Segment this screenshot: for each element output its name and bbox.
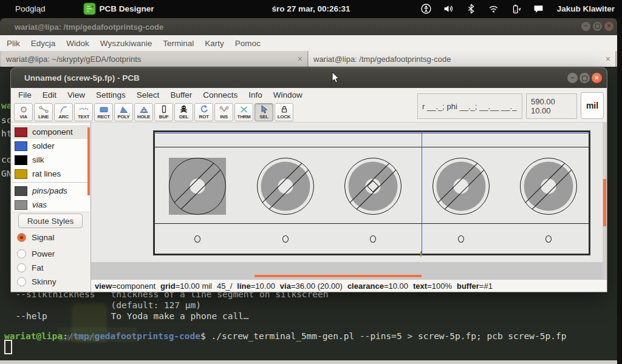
text-icon	[79, 105, 89, 114]
terminal-minimize-button[interactable]: −	[581, 22, 590, 31]
canvas-hscroll-thumb[interactable]	[255, 275, 422, 277]
panel-active-app-label[interactable]: PCB Designer	[100, 4, 154, 13]
terminal-tab-gedafootprintsg[interactable]: wariat@lipa: /tmp/gedafootprintsg-code ×	[309, 51, 616, 67]
pad-pin-3[interactable]	[344, 157, 402, 215]
layer-name: solder	[32, 141, 55, 150]
tool-button-rot[interactable]: ROT	[194, 103, 213, 121]
status-flag: 45_/	[217, 281, 232, 291]
radio-button[interactable]	[17, 277, 26, 286]
pcb-menu-window[interactable]: Window	[268, 90, 308, 99]
pad-pin-4[interactable]	[432, 157, 490, 215]
pcb-menu-info[interactable]: Info	[243, 90, 268, 99]
tool-button-label: TEXT	[78, 114, 89, 120]
terminal-titlebar[interactable]: wariat@lipa: /tmp/gedafootprintsg-code −…	[0, 18, 617, 35]
layer-color-swatch[interactable]	[15, 141, 27, 151]
radio-button[interactable]	[17, 249, 26, 258]
route-style-power[interactable]: Power	[17, 247, 55, 260]
pcb-menu-settings[interactable]: Settings	[91, 90, 131, 99]
layer-color-swatch[interactable]	[15, 155, 27, 165]
poly-icon	[119, 105, 129, 114]
panel-username[interactable]: Jakub Klawiter	[557, 4, 615, 13]
pad-pin-1[interactable]	[168, 157, 227, 215]
layer-color-swatch[interactable]	[15, 127, 27, 137]
route-style-skinny[interactable]: Skinny	[17, 275, 56, 288]
tool-button-poly[interactable]: POLY	[114, 103, 133, 121]
terminal-menu-pomoc[interactable]: Pomoc	[230, 39, 266, 48]
terminal-tabbar: wariat@lipa: ~/skrypty/gEDA/footprints ×…	[0, 51, 617, 67]
tab-close-icon[interactable]: ×	[298, 54, 302, 64]
route-style-fat[interactable]: Fat	[17, 261, 44, 274]
tool-button-sel[interactable]: SEL	[255, 103, 273, 121]
pcb-maximize-button[interactable]: ▢	[579, 73, 590, 83]
layer-row-component[interactable]: component	[12, 125, 90, 139]
tool-button-label: INS	[220, 114, 227, 120]
arc-icon	[60, 105, 68, 114]
sidebar-scrollbar-thumb[interactable]	[87, 127, 90, 195]
layer-color-swatch[interactable]	[15, 169, 27, 179]
accessibility-icon[interactable]	[421, 4, 431, 14]
terminal-menu-plik[interactable]: Plik	[1, 39, 26, 48]
tool-button-arc[interactable]: ARC	[54, 103, 73, 121]
radio-button[interactable]	[17, 263, 26, 272]
solder-layer-line-horizontal	[153, 133, 590, 133]
pcb-menu-buffer[interactable]: Buffer	[165, 90, 197, 99]
pcb-minimize-button[interactable]: −	[567, 73, 578, 83]
terminal-menu-terminal[interactable]: Terminal	[157, 39, 199, 48]
bluetooth-icon[interactable]	[466, 4, 476, 14]
panel-menu-podglad[interactable]: Podgląd	[15, 4, 46, 13]
terminal-menu-edycja[interactable]: Edycja	[26, 39, 61, 48]
tool-button-label: VIA	[19, 114, 27, 120]
tool-button-del[interactable]: DEL	[174, 103, 193, 121]
layer-row-rat-lines[interactable]: rat lines	[12, 167, 90, 181]
pcb-close-button[interactable]: ×	[592, 73, 602, 83]
pcb-menu-edit[interactable]: Edit	[37, 90, 62, 99]
pcb-canvas[interactable]	[91, 123, 607, 279]
layer-row-solder[interactable]: solder	[12, 139, 90, 153]
layer-color-swatch[interactable]	[15, 186, 27, 196]
layer-color-swatch[interactable]	[15, 200, 27, 210]
tool-button-lock[interactable]: LOCK	[275, 103, 293, 121]
layer-row-vias[interactable]: vias	[12, 198, 90, 212]
layer-row-silk[interactable]: silk	[12, 153, 90, 167]
pad-pin-2[interactable]	[256, 157, 315, 215]
tool-button-buf[interactable]: BUF	[154, 103, 173, 121]
terminal-menu-wyszukiwanie[interactable]: Wyszukiwanie	[95, 39, 157, 48]
wifi-icon[interactable]	[488, 4, 499, 14]
tool-button-line[interactable]: LINE	[34, 103, 53, 121]
messages-icon[interactable]	[533, 4, 544, 14]
route-styles-button[interactable]: Route Styles	[18, 214, 83, 228]
tool-button-thrm[interactable]: THRM	[234, 103, 253, 121]
tab-close-icon[interactable]: ×	[606, 54, 610, 64]
layer-name: silk	[32, 155, 44, 164]
tool-button-hole[interactable]: HOLE	[134, 103, 153, 121]
select-arrow-icon	[260, 105, 268, 114]
pcb-menu-view[interactable]: View	[62, 90, 91, 99]
terminal-tab-footprints[interactable]: wariat@lipa: ~/skrypty/gEDA/footprints ×	[1, 51, 308, 67]
tool-button-via[interactable]: VIA	[14, 103, 33, 121]
volume-icon[interactable]	[443, 4, 454, 14]
terminal-menu-karty[interactable]: Karty	[199, 39, 230, 48]
pcb-menu-connects[interactable]: Connects	[197, 90, 243, 99]
route-style-signal[interactable]: Signal	[17, 231, 55, 244]
route-style-label: Fat	[32, 263, 44, 272]
tool-button-ins[interactable]: INS	[214, 103, 233, 121]
prompt-dollar: $	[200, 331, 211, 341]
terminal-close-button[interactable]: ×	[604, 22, 613, 31]
pad-pin-5[interactable]	[519, 157, 578, 215]
buffer-icon	[160, 105, 168, 114]
terminal-menu-widok[interactable]: Widok	[61, 39, 95, 48]
tool-button-rect[interactable]: RECT	[94, 103, 113, 121]
canvas-vscroll-thumb[interactable]	[603, 179, 606, 226]
tool-button-text[interactable]: TEXT	[74, 103, 93, 121]
pcb-menu-select[interactable]: Select	[131, 90, 165, 99]
lock-icon	[280, 105, 289, 114]
units-toggle-button[interactable]: mil	[581, 92, 604, 119]
terminal-maximize-button[interactable]: ▢	[593, 22, 602, 31]
layer-row-pins-pads[interactable]: pins/pads	[12, 184, 90, 198]
pcb-titlebar[interactable]: Unnamed (screw-5p.fp) - PCB − ▢ ×	[11, 68, 607, 88]
battery-icon[interactable]	[511, 4, 521, 14]
pcb-app-icon[interactable]	[83, 2, 96, 15]
cursor-position-readout: r __._; phi __._; __.__ __._	[417, 93, 522, 119]
pcb-menu-file[interactable]: File	[13, 90, 37, 99]
radio-button[interactable]	[17, 233, 26, 242]
